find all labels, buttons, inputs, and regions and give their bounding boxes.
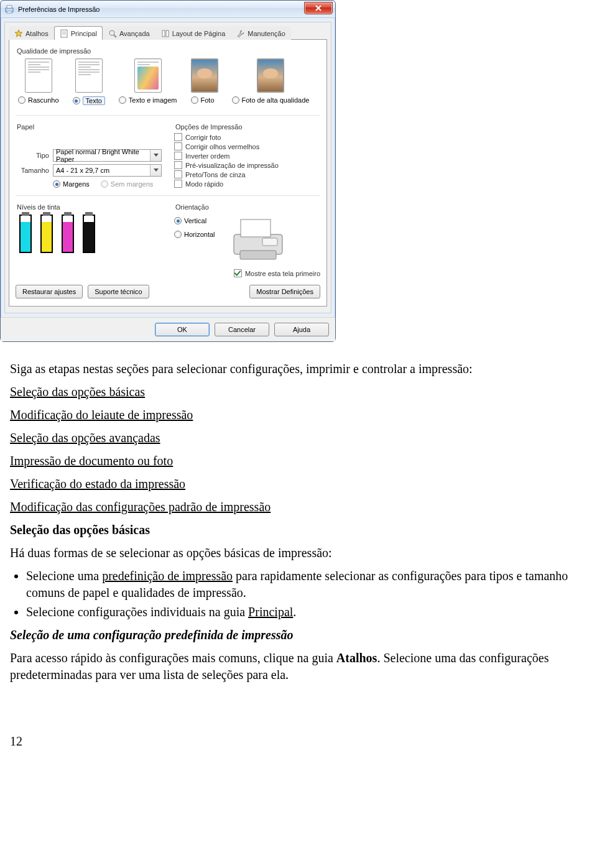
paper-type-value: Papel normal / Bright White Paper — [56, 148, 159, 163]
svg-rect-13 — [240, 251, 276, 259]
printer-icon — [4, 4, 14, 14]
paper-size-label: Tamanho — [16, 167, 49, 174]
magnify-icon — [108, 29, 117, 38]
cancel-button[interactable]: Cancelar — [215, 323, 269, 336]
tab-panel-main: Qualidade de impressão Rascunho — [9, 39, 327, 307]
check-reverse[interactable] — [174, 152, 182, 160]
help-button-label: Ajuda — [293, 326, 310, 333]
quality-label-photo-hq: Foto de alta qualidade — [242, 96, 310, 104]
link-layout-mod[interactable]: Modificação do leiaute de impressão — [10, 408, 193, 422]
thumb-text[interactable] — [75, 58, 103, 93]
link-advanced-selection[interactable]: Seleção das opções avançadas — [10, 431, 160, 445]
wrench-icon — [236, 29, 245, 38]
radio-draft[interactable] — [18, 96, 25, 104]
orient-vertical: Vertical — [184, 217, 206, 224]
tab-label: Manutenção — [248, 30, 285, 37]
opt-grayscale: Preto/Tons de cinza — [185, 171, 246, 178]
ok-button-label: OK — [177, 326, 187, 333]
opt-preview: Pré-visualização de impressão — [185, 162, 279, 169]
support-button-label: Suporte técnico — [95, 288, 142, 295]
opt-fast: Modo rápido — [185, 180, 223, 188]
link-default-mod[interactable]: Modificação das configurações padrão de … — [10, 500, 271, 514]
quality-label-text: Texto — [83, 96, 105, 105]
tab-maintenance[interactable]: Manutenção — [231, 26, 291, 40]
opt-reverse: Inverter ordem — [185, 152, 230, 160]
document-body: Siga as etapas nestas seções para seleci… — [0, 361, 597, 769]
tab-label: Avançada — [119, 30, 150, 37]
paper-type-combo[interactable]: Papel normal / Bright White Paper — [53, 149, 162, 162]
doc-intro: Siga as etapas nestas seções para seleci… — [10, 361, 587, 377]
tab-label: Atalhos — [25, 30, 49, 37]
radio-horizontal[interactable] — [174, 231, 182, 238]
svg-rect-2 — [7, 11, 12, 13]
check-fix-photo[interactable] — [174, 133, 182, 141]
link-doc-photo-print[interactable]: Impressão de documento ou foto — [10, 454, 173, 468]
basic-intro: Há duas formas de se selecionar as opçõe… — [10, 545, 587, 561]
tab-label: Principal — [71, 30, 97, 37]
orientation-title: Orientação — [175, 203, 320, 211]
support-button[interactable]: Suporte técnico — [88, 285, 149, 298]
check-preview[interactable] — [174, 161, 182, 169]
svg-point-7 — [109, 30, 114, 35]
ink-tank-black — [83, 215, 95, 253]
restore-button-label: Restaurar ajustes — [22, 288, 76, 295]
show-settings-button[interactable]: Mostrar Definições — [249, 285, 320, 298]
check-fast[interactable] — [174, 180, 182, 188]
sheet-icon — [60, 29, 68, 38]
paper-size-combo[interactable]: A4 - 21 x 29,7 cm — [53, 164, 162, 177]
radio-photo-hq[interactable] — [232, 96, 239, 104]
radio-text-image[interactable] — [119, 96, 126, 104]
thumb-photo[interactable] — [191, 58, 218, 93]
paper-size-value: A4 - 21 x 29,7 cm — [56, 167, 109, 174]
paper-type-label: Tipo — [16, 152, 49, 159]
tab-shortcuts[interactable]: Atalhos — [9, 26, 54, 40]
margins-label: Margens — [63, 180, 90, 188]
layout-icon — [161, 29, 170, 38]
star-icon — [14, 29, 23, 38]
ink-levels-title: Níveis de tinta — [17, 203, 162, 211]
atalhos-bold: Atalhos — [336, 651, 377, 665]
opt-fix-photo: Corrigir foto — [185, 134, 221, 141]
svg-rect-10 — [166, 30, 169, 37]
tab-layout[interactable]: Layout de Página — [155, 26, 231, 40]
borderless-label: Sem margens — [111, 180, 153, 188]
thumb-photo-hq[interactable] — [257, 58, 284, 93]
restore-button[interactable]: Restaurar ajustes — [16, 285, 83, 298]
link-basic-selection[interactable]: Seleção das opções básicas — [10, 385, 145, 399]
thumb-draft[interactable] — [25, 58, 52, 93]
svg-rect-12 — [241, 219, 271, 237]
titlebar[interactable]: Preferências de Impressão — [1, 1, 335, 18]
chevron-down-icon — [150, 165, 161, 176]
check-show-first[interactable] — [234, 269, 242, 277]
radio-margins[interactable] — [53, 180, 60, 188]
show-first-label: Mostre esta tela primeiro — [245, 270, 320, 277]
quality-group-title: Qualidade de impressão — [17, 47, 320, 55]
link-status-check[interactable]: Verificação do estado da impressão — [10, 477, 185, 491]
link-preset[interactable]: predefinição de impressão — [102, 569, 233, 583]
svg-rect-3 — [61, 30, 67, 37]
chevron-down-icon — [150, 150, 161, 161]
ink-tank-cyan — [19, 215, 32, 253]
svg-line-8 — [114, 35, 116, 37]
radio-photo[interactable] — [191, 96, 198, 104]
quality-label-photo: Foto — [201, 96, 215, 104]
bullet-preset: Selecione uma predefinição de impressão … — [26, 568, 587, 601]
svg-rect-14 — [262, 238, 277, 246]
link-principal[interactable]: Principal — [248, 605, 293, 619]
ok-button[interactable]: OK — [155, 323, 210, 336]
tab-advanced[interactable]: Avançada — [103, 26, 155, 40]
radio-vertical[interactable] — [174, 217, 182, 224]
tabbar: Atalhos Principal Avançada Layout de Pág… — [9, 26, 327, 40]
svg-rect-9 — [162, 30, 165, 37]
radio-text[interactable] — [73, 97, 80, 104]
thumb-text-image[interactable] — [134, 58, 162, 93]
ink-levels — [16, 213, 162, 254]
check-red-eye[interactable] — [174, 142, 182, 150]
tab-main[interactable]: Principal — [54, 26, 103, 40]
close-button[interactable] — [304, 2, 333, 14]
paper-group-title: Papel — [17, 123, 162, 131]
window-title: Preferências de Impressão — [18, 6, 304, 13]
help-button[interactable]: Ajuda — [274, 323, 329, 336]
ink-tank-magenta — [62, 215, 74, 253]
check-grayscale[interactable] — [174, 170, 182, 178]
